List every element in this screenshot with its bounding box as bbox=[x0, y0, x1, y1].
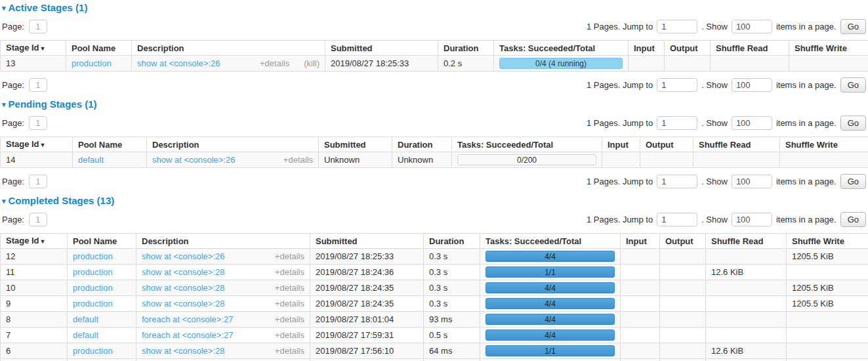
stage-row: 10productionshow at <console>:28+details… bbox=[1, 280, 868, 296]
completed-stages-title: Completed Stages (13) bbox=[9, 195, 115, 206]
description-wrap: foreach at <console>:27+details bbox=[142, 330, 304, 340]
pool-name-link[interactable]: default bbox=[73, 330, 98, 340]
active-stages-heading[interactable]: ▾Active Stages (1) bbox=[0, 2, 868, 13]
stage-description-link[interactable]: show at <console>:28 bbox=[142, 346, 268, 356]
column-header-duration[interactable]: Duration bbox=[392, 137, 452, 152]
stage-description-link[interactable]: show at <console>:28 bbox=[142, 267, 268, 277]
items-per-page-input[interactable] bbox=[732, 213, 772, 226]
column-header-stage-id[interactable]: Stage Id▾ bbox=[1, 137, 73, 152]
items-per-page-input[interactable] bbox=[732, 78, 772, 92]
column-header-description[interactable]: Description bbox=[147, 137, 319, 152]
stage-description-link[interactable]: show at <console>:28 bbox=[142, 283, 268, 293]
pool-name-link[interactable]: production bbox=[72, 58, 112, 68]
details-toggle[interactable]: +details bbox=[275, 299, 304, 308]
column-header-description[interactable]: Description bbox=[136, 234, 310, 249]
pool-name-link[interactable]: default bbox=[73, 314, 98, 324]
go-button[interactable]: Go bbox=[840, 77, 866, 93]
column-header-output[interactable]: Output bbox=[660, 234, 706, 249]
pool-name-link[interactable]: production bbox=[73, 299, 113, 308]
pool-name-link[interactable]: default bbox=[78, 155, 104, 165]
shuffle-write-cell bbox=[789, 56, 868, 72]
shuffle-write-cell bbox=[787, 265, 868, 280]
page-number-input[interactable] bbox=[29, 116, 47, 130]
go-button[interactable]: Go bbox=[840, 116, 866, 131]
sort-desc-icon: ▾ bbox=[41, 238, 45, 245]
page-number-input[interactable] bbox=[29, 78, 47, 92]
jump-to-page-input[interactable] bbox=[657, 78, 697, 92]
page-label: Page: bbox=[2, 80, 24, 90]
go-button[interactable]: Go bbox=[840, 19, 866, 34]
pending-stages-heading[interactable]: ▾Pending Stages (1) bbox=[0, 98, 868, 110]
completed-stages-heading[interactable]: ▾Completed Stages (13) bbox=[0, 195, 868, 206]
column-header-output[interactable]: Output bbox=[640, 137, 693, 152]
pool-name-link[interactable]: production bbox=[73, 346, 113, 356]
column-header-submitted[interactable]: Submitted bbox=[310, 234, 424, 249]
pool-name-cell: production bbox=[68, 359, 136, 361]
column-header-duration[interactable]: Duration bbox=[438, 41, 494, 56]
collapse-arrow-icon: ▾ bbox=[2, 100, 6, 108]
stage-description-link[interactable]: show at <console>:28 bbox=[142, 299, 268, 308]
column-header-description[interactable]: Description bbox=[132, 41, 325, 56]
items-in-page-text: items in a page. bbox=[776, 80, 837, 90]
page-number-input[interactable] bbox=[29, 175, 47, 188]
go-button[interactable]: Go bbox=[840, 212, 866, 227]
column-header-shuffle-read[interactable]: Shuffle Read bbox=[693, 137, 780, 152]
jump-to-page-input[interactable] bbox=[657, 116, 697, 130]
column-header-input[interactable]: Input bbox=[629, 41, 665, 56]
column-header-tasks-succeeded-total[interactable]: Tasks: Succeeded/Total bbox=[494, 41, 629, 56]
items-per-page-input[interactable] bbox=[732, 175, 772, 188]
items-per-page-input[interactable] bbox=[732, 116, 772, 130]
details-toggle[interactable]: +details bbox=[275, 330, 304, 340]
column-header-submitted[interactable]: Submitted bbox=[325, 41, 438, 56]
shuffle-write-cell bbox=[787, 328, 868, 343]
shuffle-read-cell bbox=[706, 296, 787, 312]
details-toggle[interactable]: +details bbox=[260, 58, 289, 68]
details-toggle[interactable]: +details bbox=[275, 346, 304, 356]
column-header-duration[interactable]: Duration bbox=[424, 234, 480, 249]
show-text: . Show bbox=[701, 177, 728, 186]
table-header-row: Stage Id▾Pool NameDescriptionSubmittedDu… bbox=[1, 137, 868, 152]
stage-description-link[interactable]: show at <console>:26 bbox=[142, 251, 268, 261]
column-header-pool-name[interactable]: Pool Name bbox=[68, 234, 136, 249]
column-header-input[interactable]: Input bbox=[602, 137, 640, 152]
description-cell: show at <console>:26+details(kill) bbox=[132, 56, 325, 72]
page-number-input[interactable] bbox=[29, 213, 47, 226]
column-header-tasks-succeeded-total[interactable]: Tasks: Succeeded/Total bbox=[452, 137, 602, 152]
column-header-shuffle-read[interactable]: Shuffle Read bbox=[706, 234, 787, 249]
column-header-shuffle-write[interactable]: Shuffle Write bbox=[787, 234, 868, 249]
jump-to-page-input[interactable] bbox=[657, 213, 697, 226]
items-per-page-input[interactable] bbox=[732, 20, 772, 33]
stage-description-link[interactable]: foreach at <console>:27 bbox=[142, 330, 268, 340]
description-cell: show at <console>:26+details bbox=[147, 152, 319, 168]
active-stages-table: Stage Id▾Pool NameDescriptionSubmittedDu… bbox=[0, 40, 868, 72]
jump-to-page-input[interactable] bbox=[657, 175, 697, 188]
column-header-stage-id[interactable]: Stage Id▾ bbox=[1, 234, 68, 249]
kill-link[interactable]: (kill) bbox=[304, 58, 320, 68]
column-header-stage-id[interactable]: Stage Id▾ bbox=[1, 41, 66, 56]
column-header-pool-name[interactable]: Pool Name bbox=[66, 41, 132, 56]
pool-name-link[interactable]: production bbox=[73, 267, 113, 277]
column-header-shuffle-read[interactable]: Shuffle Read bbox=[711, 41, 789, 56]
pool-name-link[interactable]: production bbox=[73, 283, 113, 293]
stage-description-link[interactable]: foreach at <console>:27 bbox=[142, 314, 268, 324]
go-button[interactable]: Go bbox=[840, 174, 866, 189]
column-header-pool-name[interactable]: Pool Name bbox=[73, 137, 147, 152]
details-toggle[interactable]: +details bbox=[283, 155, 313, 165]
details-toggle[interactable]: +details bbox=[275, 251, 304, 261]
column-header-submitted[interactable]: Submitted bbox=[319, 137, 392, 152]
pool-name-cell: production bbox=[68, 265, 136, 280]
page-number-input[interactable] bbox=[29, 20, 47, 33]
items-in-page-text: items in a page. bbox=[776, 177, 837, 186]
column-header-input[interactable]: Input bbox=[621, 234, 660, 249]
details-toggle[interactable]: +details bbox=[275, 267, 304, 277]
jump-to-page-input[interactable] bbox=[657, 20, 697, 33]
details-toggle[interactable]: +details bbox=[275, 314, 304, 324]
pool-name-link[interactable]: production bbox=[73, 251, 113, 261]
column-header-output[interactable]: Output bbox=[665, 41, 711, 56]
stage-description-link[interactable]: show at <console>:26 bbox=[137, 58, 253, 68]
column-header-tasks-succeeded-total[interactable]: Tasks: Succeeded/Total bbox=[480, 234, 621, 249]
column-header-shuffle-write[interactable]: Shuffle Write bbox=[789, 41, 868, 56]
details-toggle[interactable]: +details bbox=[275, 283, 304, 293]
stage-description-link[interactable]: show at <console>:26 bbox=[152, 155, 277, 165]
column-header-shuffle-write[interactable]: Shuffle Write bbox=[780, 137, 868, 152]
